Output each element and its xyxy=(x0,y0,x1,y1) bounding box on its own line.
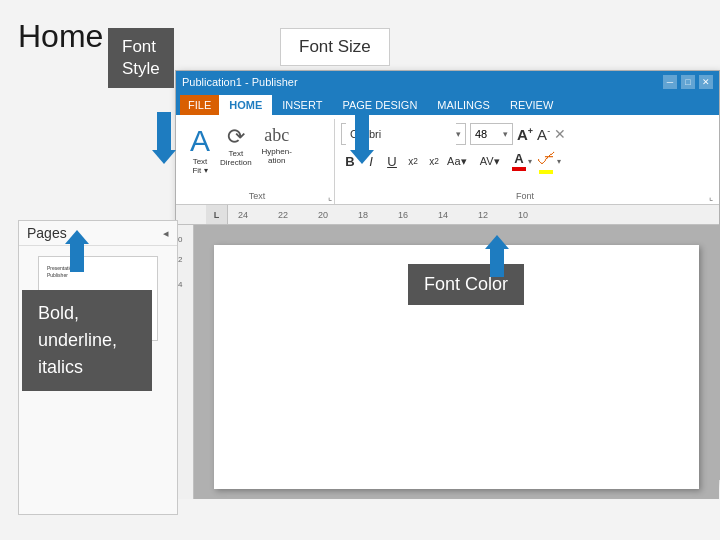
ruler-mark-22: 22 xyxy=(278,210,288,220)
ribbon-tabs: FILE HOME INSERT PAGE DESIGN MAILINGS RE… xyxy=(176,93,719,115)
tab-insert[interactable]: INSERT xyxy=(272,95,332,115)
vruler-0: 0 xyxy=(178,235,182,244)
ruler-mark-14: 14 xyxy=(438,210,448,220)
thumb-line2: Publisher xyxy=(47,272,68,279)
vertical-ruler: 0 2 4 xyxy=(176,225,194,499)
font-size-dropdown[interactable]: ▾ xyxy=(503,129,508,139)
text-fit-button[interactable]: A Text Fit ▾ xyxy=(186,124,214,177)
close-button[interactable]: ✕ xyxy=(699,75,713,89)
spacing-button[interactable]: AV▾ xyxy=(478,150,501,172)
ribbon-group-font: ▾ ▾ A+ A- ✕ B I U x2 xyxy=(335,119,715,204)
minimize-button[interactable]: ─ xyxy=(663,75,677,89)
text-group-expand[interactable]: ⌞ xyxy=(328,192,332,202)
title-bar: Publication1 - Publisher ─ □ ✕ xyxy=(176,71,719,93)
underline-label: U xyxy=(387,154,396,169)
pages-panel-title: Pages xyxy=(27,225,67,241)
font-grow-button[interactable]: A+ xyxy=(517,126,533,143)
font-group-content: ▾ ▾ A+ A- ✕ B I U x2 xyxy=(341,119,561,174)
font-shrink-button[interactable]: A- xyxy=(537,126,550,143)
title-bar-controls: ─ □ ✕ xyxy=(663,75,713,89)
ruler-marks: 24 22 20 18 16 14 12 10 xyxy=(228,205,719,224)
highlight-bar xyxy=(539,170,553,174)
text-group-label: Text xyxy=(180,191,334,201)
font-color-letter: A xyxy=(514,151,523,166)
arrow-bui-up xyxy=(65,230,89,272)
tab-page-design[interactable]: PAGE DESIGN xyxy=(332,95,427,115)
font-group-expand[interactable]: ⌞ xyxy=(709,192,713,202)
ruler-mark-18: 18 xyxy=(358,210,368,220)
font-clear-button[interactable]: ✕ xyxy=(554,126,566,142)
ruler-mark-10: 10 xyxy=(518,210,528,220)
font-name-dropdown[interactable]: ▾ xyxy=(456,129,461,139)
maximize-button[interactable]: □ xyxy=(681,75,695,89)
font-color-button[interactable]: A ▾ xyxy=(512,151,532,171)
ribbon-group-text: A Text Fit ▾ ⟳ Text Direction abc Hyphen… xyxy=(180,119,335,204)
ruler-mark-16: 16 xyxy=(398,210,408,220)
hyphenation-button[interactable]: abc Hyphen- ation xyxy=(258,124,296,177)
pages-header: Pages ◂ xyxy=(19,221,177,246)
callout-bold-underline-italics: Bold, underline, italics xyxy=(22,290,152,391)
callout-font-style: Font Style xyxy=(108,28,174,88)
underline-button[interactable]: U xyxy=(383,150,401,172)
text-direction-button[interactable]: ⟳ Text Direction xyxy=(216,124,256,177)
pages-collapse-button[interactable]: ◂ xyxy=(163,227,169,240)
font-row1: ▾ ▾ A+ A- ✕ xyxy=(341,123,561,145)
case-button[interactable]: Aa▾ xyxy=(446,150,467,172)
ruler-mark-20: 20 xyxy=(318,210,328,220)
highlight-button[interactable]: ⍻ ▾ xyxy=(537,148,561,174)
ruler-left-label: L xyxy=(206,205,228,224)
callout-font-size: Font Size xyxy=(280,28,390,66)
ruler-mark-12: 12 xyxy=(478,210,488,220)
slide-title-area: Home xyxy=(18,18,103,55)
font-color-bar xyxy=(512,167,526,171)
subscript-button[interactable]: x2 xyxy=(404,150,422,172)
tab-home[interactable]: HOME xyxy=(219,95,272,115)
ruler: L 24 22 20 18 16 14 12 10 xyxy=(176,205,719,225)
slide-title: Home xyxy=(18,18,103,54)
font-size-input[interactable] xyxy=(475,128,503,140)
highlight-dropdown-arrow[interactable]: ▾ xyxy=(557,157,561,166)
tab-mailings[interactable]: MAILINGS xyxy=(427,95,500,115)
title-bar-text: Publication1 - Publisher xyxy=(182,76,298,88)
ruler-mark-24: 24 xyxy=(238,210,248,220)
tab-review[interactable]: REVIEW xyxy=(500,95,563,115)
font-color-dropdown-arrow[interactable]: ▾ xyxy=(528,157,532,166)
font-size-container: ▾ xyxy=(470,123,513,145)
arrow-font-color-up xyxy=(485,235,509,277)
ribbon-bar: A Text Fit ▾ ⟳ Text Direction abc Hyphen… xyxy=(176,115,719,205)
tab-file[interactable]: FILE xyxy=(180,95,219,115)
vruler-4: 4 xyxy=(178,280,182,289)
font-row2: B I U x2 x2 Aa▾ AV▾ A xyxy=(341,148,561,174)
highlight-icon: ⍻ xyxy=(537,148,555,169)
arrow-font-style xyxy=(152,112,176,164)
font-group-label: Font xyxy=(335,191,715,201)
arrow-font-size xyxy=(350,112,374,164)
superscript-button[interactable]: x2 xyxy=(425,150,443,172)
vruler-2: 2 xyxy=(178,255,182,264)
